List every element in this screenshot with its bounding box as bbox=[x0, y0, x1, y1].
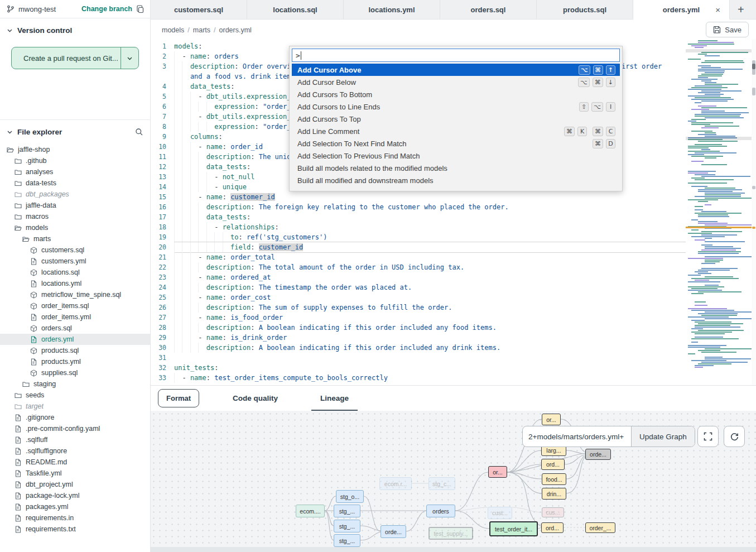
file-item-staging[interactable]: staging bbox=[0, 378, 150, 390]
file-item-products.sql[interactable]: products.sql bbox=[0, 345, 150, 356]
tab-orders.yml[interactable]: orders.yml× bbox=[633, 0, 730, 20]
file-item-README.md[interactable]: README.md bbox=[0, 457, 150, 468]
copy-icon[interactable] bbox=[136, 5, 145, 13]
search-icon[interactable] bbox=[135, 128, 143, 136]
file-item-macros[interactable]: macros bbox=[0, 211, 150, 222]
file-item-locations.yml[interactable]: locations.yml bbox=[0, 278, 150, 289]
file-item-.sqlfluffignore[interactable]: .sqlfluffignore bbox=[0, 445, 150, 457]
lineage-selector-input[interactable]: 2+models/marts/orders.yml+ bbox=[523, 426, 631, 447]
code-line-21[interactable]: 21- name: order_total bbox=[151, 252, 686, 262]
file-item-models[interactable]: models bbox=[0, 222, 150, 233]
file-item-order_items.sql[interactable]: order_items.sql bbox=[0, 300, 150, 311]
create-pr-button[interactable]: Create a pull request on Git... bbox=[12, 47, 121, 69]
file-item-jaffle-shop[interactable]: jaffle-shop bbox=[0, 144, 150, 155]
lineage-node[interactable]: or... bbox=[488, 466, 507, 478]
editor-scrollbar[interactable] bbox=[752, 39, 756, 385]
lineage-node[interactable]: ord... bbox=[541, 522, 564, 533]
file-item-customers.yml[interactable]: customers.yml bbox=[0, 256, 150, 267]
code-line-25[interactable]: 25- name: order_cost bbox=[151, 292, 686, 303]
code-line-20[interactable]: 20field: customer_id bbox=[151, 242, 686, 252]
lineage-node[interactable]: ecom.r... bbox=[379, 477, 412, 490]
palette-item[interactable]: Add Cursors To Top bbox=[292, 113, 620, 125]
file-item-seeds[interactable]: seeds bbox=[0, 390, 150, 401]
fullscreen-button[interactable] bbox=[697, 426, 719, 447]
file-item-packages.yml[interactable]: packages.yml bbox=[0, 501, 150, 512]
lineage-node[interactable]: orde... bbox=[381, 525, 406, 538]
file-item-supplies.sql[interactable]: supplies.sql bbox=[0, 367, 150, 378]
lineage-node[interactable]: stg_o... bbox=[336, 490, 364, 503]
save-button[interactable]: Save bbox=[706, 22, 749, 37]
file-item-dbt_packages[interactable]: dbt_packages bbox=[0, 189, 150, 200]
code-line-32[interactable]: 32unit_tests: bbox=[151, 363, 686, 373]
breadcrumb-part[interactable]: orders.yml bbox=[219, 26, 252, 34]
tab-locations.sql[interactable]: locations.sql bbox=[247, 0, 344, 19]
lineage-node[interactable]: stg_... bbox=[334, 505, 360, 517]
code-line-26[interactable]: 26description: The sum of supply expense… bbox=[151, 303, 686, 313]
code-line-23[interactable]: 23- name: ordered_at bbox=[151, 272, 686, 282]
lineage-node[interactable]: drin... bbox=[542, 488, 566, 500]
file-item-order_items.yml[interactable]: order_items.yml bbox=[0, 311, 150, 323]
bottom-tab-lineage[interactable]: Lineage bbox=[311, 386, 358, 411]
lineage-graph[interactable]: ecom....stg_o...stg_...stg_...stg_...eco… bbox=[151, 411, 756, 547]
version-control-header[interactable]: Version control bbox=[0, 18, 150, 40]
palette-item[interactable]: Add Cursors to Line Ends⇧⌥I bbox=[292, 100, 620, 113]
file-item-products.yml[interactable]: products.yml bbox=[0, 356, 150, 367]
code-line-27[interactable]: 27- name: is_food_order bbox=[151, 313, 686, 323]
palette-item[interactable]: Add Cursors To Bottom bbox=[292, 88, 620, 100]
lineage-node[interactable]: cus... bbox=[542, 507, 564, 517]
file-item-.pre-commit-config.yaml[interactable]: .pre-commit-config.yaml bbox=[0, 423, 150, 434]
horizontal-scrollbar[interactable] bbox=[151, 547, 756, 552]
file-item-package-lock.yml[interactable]: package-lock.yml bbox=[0, 490, 150, 501]
file-item-.sqlfluff[interactable]: .sqlfluff bbox=[0, 434, 150, 445]
file-explorer-header[interactable]: File explorer bbox=[0, 120, 150, 142]
command-palette-input[interactable]: > bbox=[292, 49, 620, 62]
code-line-29[interactable]: 29- name: is_drink_order bbox=[151, 333, 686, 343]
file-item-analyses[interactable]: analyses bbox=[0, 166, 150, 177]
palette-item[interactable]: Build all modified and downstream models bbox=[292, 174, 620, 186]
palette-item[interactable]: Add Selection To Previous Find Match bbox=[292, 150, 620, 162]
change-branch-link[interactable]: Change branch bbox=[81, 5, 132, 13]
lineage-node[interactable]: orders bbox=[426, 505, 455, 517]
lineage-node[interactable]: or... bbox=[542, 414, 561, 425]
code-line-18[interactable]: 18- relationships: bbox=[151, 222, 686, 232]
refresh-button[interactable] bbox=[724, 426, 745, 447]
file-item-dbt_project.yml[interactable]: dbt_project.yml bbox=[0, 479, 150, 490]
code-line-24[interactable]: 24description: The timestamp the order w… bbox=[151, 282, 686, 292]
file-item-Taskfile.yml[interactable]: Taskfile.yml bbox=[0, 468, 150, 479]
tab-orders.sql[interactable]: orders.sql bbox=[440, 0, 537, 19]
palette-item[interactable]: Add Selection To Next Find Match⌘D bbox=[292, 137, 620, 150]
file-item-.github[interactable]: .github bbox=[0, 155, 150, 166]
file-item-orders.sql[interactable]: orders.sql bbox=[0, 323, 150, 334]
palette-item[interactable]: Add Cursor Below⌥⌘↓ bbox=[292, 76, 620, 88]
file-item-customers.sql[interactable]: customers.sql bbox=[0, 244, 150, 256]
file-item-locations.sql[interactable]: locations.sql bbox=[0, 267, 150, 278]
code-line-16[interactable]: 16description: The foreign key relating … bbox=[151, 202, 686, 212]
format-button[interactable]: Format bbox=[158, 389, 199, 407]
file-item-jaffle-data[interactable]: jaffle-data bbox=[0, 200, 150, 211]
breadcrumb-part[interactable]: models bbox=[162, 26, 184, 34]
lineage-node[interactable]: cust... bbox=[488, 507, 512, 519]
lineage-node[interactable]: food... bbox=[542, 473, 566, 485]
file-item-requirements.txt[interactable]: requirements.txt bbox=[0, 524, 150, 535]
lineage-node[interactable]: test_order_it... bbox=[489, 521, 538, 536]
lineage-node[interactable]: order_... bbox=[585, 522, 615, 533]
code-line-22[interactable]: 22description: The total amount of the o… bbox=[151, 262, 686, 272]
lineage-node[interactable]: ord... bbox=[541, 459, 565, 470]
file-item-.gitignore[interactable]: .gitignore bbox=[0, 412, 150, 423]
bottom-tab-code-quality[interactable]: Code quality bbox=[224, 386, 287, 411]
code-line-30[interactable]: 30description: A boolean indicating if t… bbox=[151, 343, 686, 353]
close-icon[interactable]: × bbox=[715, 6, 720, 14]
code-line-19[interactable]: 19to: ref('stg_customers') bbox=[151, 232, 686, 242]
tab-customers.sql[interactable]: customers.sql bbox=[151, 0, 247, 19]
palette-item[interactable]: Build all models related to the modified… bbox=[292, 162, 620, 174]
breadcrumb-part[interactable]: marts bbox=[193, 26, 210, 34]
create-pr-caret-button[interactable] bbox=[121, 47, 138, 69]
file-item-requirements.in[interactable]: requirements.in bbox=[0, 512, 150, 524]
lineage-node[interactable]: test_supply... bbox=[428, 527, 473, 540]
code-line-31[interactable]: 31 bbox=[151, 353, 686, 363]
lineage-node[interactable]: stg_... bbox=[334, 520, 360, 532]
tab-locations.yml[interactable]: locations.yml bbox=[344, 0, 440, 19]
file-item-data-tests[interactable]: data-tests bbox=[0, 177, 150, 189]
new-tab-button[interactable]: + bbox=[730, 0, 756, 19]
palette-item[interactable]: Add Line Comment⌘K⌘C bbox=[292, 125, 620, 137]
